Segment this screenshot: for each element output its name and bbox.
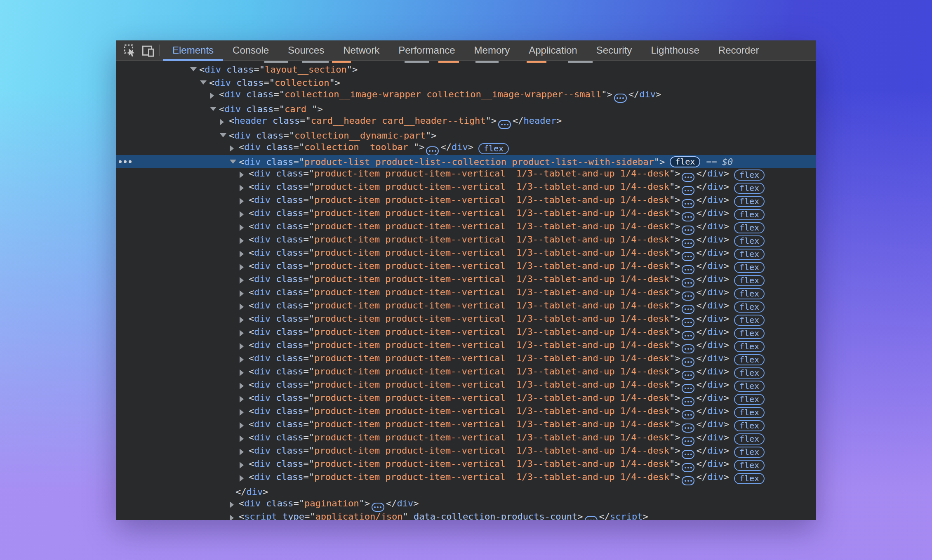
ellipsis-expand-icon[interactable] xyxy=(682,212,694,221)
expand-arrow-right-icon[interactable] xyxy=(240,435,249,442)
expand-arrow-down-icon[interactable] xyxy=(230,160,239,164)
expand-arrow-right-icon[interactable] xyxy=(240,238,249,244)
tree-row-div[interactable]: <div class="collection"> xyxy=(116,76,816,89)
ellipsis-expand-icon[interactable] xyxy=(682,199,694,208)
ellipsis-expand-icon[interactable] xyxy=(682,186,694,195)
expand-arrow-right-icon[interactable] xyxy=(240,330,249,336)
expand-arrow-right-icon[interactable] xyxy=(240,277,249,284)
expand-arrow-down-icon[interactable] xyxy=(220,133,229,137)
tab-elements[interactable]: Elements xyxy=(163,40,223,60)
expand-arrow-right-icon[interactable] xyxy=(240,172,249,178)
expand-arrow-right-icon[interactable] xyxy=(230,501,239,508)
flex-badge[interactable]: flex xyxy=(734,249,765,260)
tab-lighthouse[interactable]: Lighthouse xyxy=(641,40,708,60)
ellipsis-expand-icon[interactable] xyxy=(682,358,694,367)
ellipsis-expand-icon[interactable] xyxy=(682,239,694,248)
expand-arrow-right-icon[interactable] xyxy=(240,198,249,205)
expand-arrow-down-icon[interactable] xyxy=(210,107,219,111)
flex-badge[interactable]: flex xyxy=(734,473,765,484)
tree-row-div[interactable]: <div class="product-item product-item--v… xyxy=(116,261,816,274)
tree-row-div[interactable]: <div class="layout__section"> xyxy=(116,63,816,76)
tree-row-div[interactable]: <div class="product-item product-item--v… xyxy=(116,195,816,208)
tree-row-div[interactable]: <div class="product-item product-item--v… xyxy=(116,459,816,472)
tree-row-div[interactable]: <div class="product-item product-item--v… xyxy=(116,353,816,366)
tree-row-div[interactable]: <div class="product-item product-item--v… xyxy=(116,181,816,195)
flex-badge[interactable]: flex xyxy=(734,275,765,286)
ellipsis-expand-icon[interactable] xyxy=(682,226,694,235)
expand-arrow-right-icon[interactable] xyxy=(240,224,249,231)
ellipsis-expand-icon[interactable] xyxy=(682,437,694,446)
ellipsis-expand-icon[interactable] xyxy=(682,292,694,301)
flex-badge[interactable]: flex xyxy=(734,447,765,458)
ellipsis-expand-icon[interactable] xyxy=(682,424,694,433)
ellipsis-expand-icon[interactable] xyxy=(682,463,694,472)
tree-row-div[interactable]: <div class="product-item product-item--v… xyxy=(116,340,816,353)
ellipsis-expand-icon[interactable] xyxy=(682,384,694,393)
flex-badge[interactable]: flex xyxy=(734,209,765,220)
expand-arrow-down-icon[interactable] xyxy=(200,80,209,85)
tree-row-div[interactable]: <div class="product-item product-item--v… xyxy=(116,406,816,419)
tree-row-div[interactable]: <div class="product-item product-item--v… xyxy=(116,393,816,406)
flex-badge[interactable]: flex xyxy=(734,460,765,471)
tree-row-div[interactable]: <div class="card "> xyxy=(116,102,816,115)
flex-badge[interactable]: flex xyxy=(734,367,765,379)
ellipsis-expand-icon[interactable] xyxy=(426,146,439,155)
flex-badge[interactable]: flex xyxy=(734,301,765,313)
expand-arrow-right-icon[interactable] xyxy=(240,264,249,271)
ellipsis-expand-icon[interactable] xyxy=(682,397,694,406)
tab-security[interactable]: Security xyxy=(587,40,642,60)
expand-arrow-right-icon[interactable] xyxy=(240,343,249,350)
tree-row-div[interactable]: <div class="product-item product-item--v… xyxy=(116,274,816,287)
flex-badge[interactable]: flex xyxy=(734,407,765,418)
expand-arrow-down-icon[interactable] xyxy=(190,67,199,71)
flex-badge[interactable]: flex xyxy=(670,156,700,167)
ellipsis-expand-icon[interactable] xyxy=(682,371,694,380)
tree-row-div[interactable]: <div class="collection__toolbar "></div>… xyxy=(116,142,816,155)
ellipsis-expand-icon[interactable] xyxy=(585,516,598,520)
flex-badge[interactable]: flex xyxy=(734,222,765,233)
tree-row-div[interactable]: <div class="product-item product-item--v… xyxy=(116,432,816,445)
ellipsis-expand-icon[interactable] xyxy=(682,252,694,261)
flex-badge[interactable]: flex xyxy=(734,196,765,207)
tree-row-div[interactable]: <div class="product-item product-item--v… xyxy=(116,287,816,300)
expand-arrow-right-icon[interactable] xyxy=(240,409,249,416)
expand-arrow-right-icon[interactable] xyxy=(240,356,249,363)
flex-badge[interactable]: flex xyxy=(734,235,765,247)
tree-row-div[interactable]: <div class="product-item product-item--v… xyxy=(116,313,816,327)
tab-recorder[interactable]: Recorder xyxy=(709,40,769,60)
expand-arrow-right-icon[interactable] xyxy=(240,185,249,191)
expand-arrow-right-icon[interactable] xyxy=(230,145,239,152)
expand-arrow-right-icon[interactable] xyxy=(240,369,249,376)
expand-arrow-right-icon[interactable] xyxy=(230,515,239,520)
expand-arrow-right-icon[interactable] xyxy=(240,317,249,323)
tree-row-div[interactable]: <div class="product-item product-item--v… xyxy=(116,221,816,234)
ellipsis-expand-icon[interactable] xyxy=(682,318,694,327)
tab-memory[interactable]: Memory xyxy=(465,40,520,60)
expand-arrow-right-icon[interactable] xyxy=(210,92,219,99)
tree-row-div[interactable]: <div class="product-item product-item--v… xyxy=(116,234,816,247)
ellipsis-expand-icon[interactable] xyxy=(682,173,694,182)
ellipsis-expand-icon[interactable] xyxy=(682,450,694,459)
flex-badge[interactable]: flex xyxy=(734,341,765,352)
expand-arrow-right-icon[interactable] xyxy=(240,304,249,310)
flex-badge[interactable]: flex xyxy=(734,433,765,445)
flex-badge[interactable]: flex xyxy=(734,288,765,299)
device-toolbar-icon[interactable] xyxy=(139,40,157,60)
expand-arrow-right-icon[interactable] xyxy=(240,211,249,218)
tree-row-div[interactable]: <div class="product-item product-item--v… xyxy=(116,472,816,485)
ellipsis-expand-icon[interactable] xyxy=(614,94,627,103)
tree-row-div[interactable]: <div class="pagination"></div> xyxy=(116,498,816,511)
tree-row-div[interactable]: <div class="product-item product-item--v… xyxy=(116,419,816,432)
ellipsis-expand-icon[interactable] xyxy=(372,503,384,512)
ellipsis-expand-icon[interactable] xyxy=(682,278,694,287)
flex-badge[interactable]: flex xyxy=(734,420,765,431)
tree-row-div[interactable]: <div class="product-item product-item--v… xyxy=(116,247,816,261)
expand-arrow-right-icon[interactable] xyxy=(240,475,249,482)
flex-badge[interactable]: flex xyxy=(734,183,765,194)
expand-arrow-right-icon[interactable] xyxy=(240,422,249,429)
flex-badge[interactable]: flex xyxy=(734,169,765,181)
tree-row-div[interactable]: <div class="product-item product-item--v… xyxy=(116,366,816,379)
tree-row-closing-tag[interactable]: </div> xyxy=(116,485,816,498)
flex-badge[interactable]: flex xyxy=(734,394,765,405)
tree-row-div[interactable]: <div class="product-item product-item--v… xyxy=(116,379,816,393)
